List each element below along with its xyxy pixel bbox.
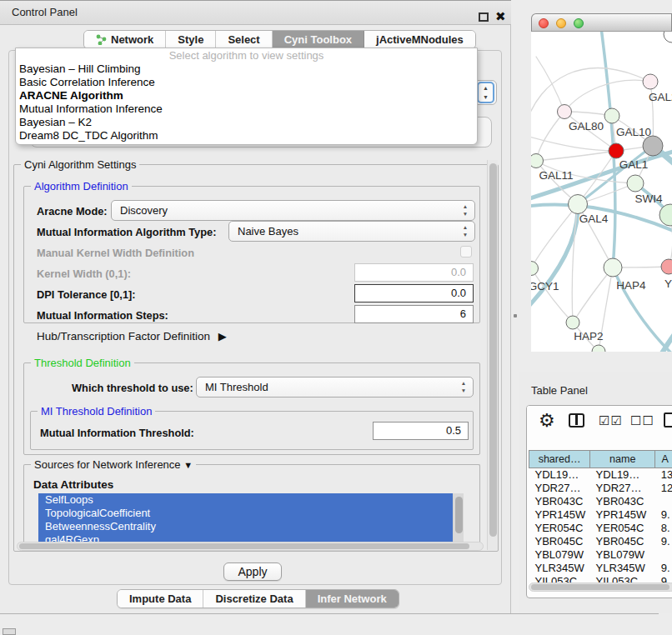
network-node-gal2[interactable]: [643, 74, 658, 89]
algorithm-option-mutual-information-inference[interactable]: Mutual Information Inference: [16, 102, 477, 116]
table-cell: YLR345W: [529, 562, 590, 575]
close-icon[interactable]: ✖: [495, 9, 506, 24]
control-panel-title: Control Panel: [12, 6, 78, 18]
manual-kernel-checkbox[interactable]: [460, 246, 472, 258]
chevron-down-icon[interactable]: ▼: [183, 460, 193, 470]
dpi-tolerance-input[interactable]: 0.0: [354, 284, 474, 302]
tab-select[interactable]: Select: [216, 31, 272, 48]
panel-resize-handle[interactable]: [514, 314, 517, 318]
network-node-hap2[interactable]: [566, 316, 579, 329]
data-attributes-list[interactable]: SelfLoopsTopologicalCoefficientBetweenne…: [38, 493, 464, 542]
network-window-titlebar: [531, 13, 672, 32]
mac-minimize-icon[interactable]: [556, 18, 566, 28]
mi-steps-input[interactable]: 6: [354, 305, 474, 323]
network-node-gal11[interactable]: [531, 154, 544, 168]
network-canvas[interactable]: GAL2GAL80GAL10GAL1GAL11SWI4GAL4GCY1HAP4Y…: [531, 32, 672, 352]
network-node-hap4[interactable]: [604, 258, 622, 277]
network-edge[interactable]: [531, 204, 578, 268]
column-header-a[interactable]: A: [655, 451, 672, 468]
table-row[interactable]: YBR043CYBR043C: [529, 495, 672, 508]
algorithm-option-bayesian-hill-climbing[interactable]: Bayesian – Hill Climbing: [16, 62, 477, 76]
network-node-y[interactable]: [661, 259, 672, 274]
minimized-panel-chip[interactable]: [3, 628, 16, 635]
tab-style[interactable]: Style: [166, 31, 216, 48]
mac-zoom-icon[interactable]: [574, 18, 584, 28]
table-cell: YPR145W: [529, 508, 590, 522]
table-cell: YBR045C: [590, 535, 655, 548]
attribute-item-gal4rgexp[interactable]: gal4RGexp: [38, 533, 464, 542]
gear-icon[interactable]: ⚙: [539, 410, 555, 432]
float-window-icon[interactable]: [479, 12, 489, 22]
table-hscrollbar-track[interactable]: [529, 582, 672, 592]
tab-discretize-data[interactable]: Discretize Data: [203, 590, 305, 608]
network-node-gal10[interactable]: [604, 108, 619, 123]
table-row[interactable]: YBR045CYBR045C9.: [529, 535, 672, 548]
table-hscrollbar-thumb[interactable]: [531, 584, 669, 590]
table-row[interactable]: YDR27…YDR27…12: [529, 482, 672, 495]
attributes-scrollbar-thumb[interactable]: [455, 497, 463, 533]
attribute-item-betweennesscentrality[interactable]: BetweennessCentrality: [38, 520, 464, 533]
columns-icon[interactable]: [569, 413, 584, 428]
table-cell: YDR27…: [590, 482, 655, 495]
which-threshold-label: Which threshold to use:: [72, 382, 193, 394]
column-header-name[interactable]: name: [590, 451, 655, 468]
table-row[interactable]: YPR145WYPR145W9.: [529, 508, 672, 522]
column-header-shared[interactable]: shared…: [529, 451, 590, 468]
table-row[interactable]: YDL19…YDL19…13: [529, 468, 672, 482]
network-node-gcy1[interactable]: [531, 262, 539, 276]
algorithm-option-basic-correlation-inference[interactable]: Basic Correlation Inference: [16, 76, 477, 89]
network-node-gal4[interactable]: [569, 195, 588, 214]
tab-cyni-toolbox[interactable]: Cyni Toolbox: [273, 31, 364, 48]
node-label-gal10: GAL10: [616, 126, 651, 138]
node-table[interactable]: shared…nameA YDL19…YDL19…13YDR27…YDR27…1…: [529, 450, 672, 588]
algorithm-option-dream8-dc-tdc-algorithm[interactable]: Dream8 DC_TDC Algorithm: [16, 129, 477, 142]
settings-hscrollbar-thumb[interactable]: [19, 543, 469, 549]
network-node-gray[interactable]: [643, 136, 663, 156]
table-row[interactable]: YBL079WYBL079W: [529, 548, 672, 562]
algorithm-option-aracne-algorithm[interactable]: ARACNE Algorithm: [16, 89, 477, 102]
tab-network[interactable]: Network: [84, 31, 166, 48]
which-threshold-combo[interactable]: MI Threshold ▲▼: [196, 377, 474, 398]
export-table-icon[interactable]: [664, 412, 672, 428]
algorithm-option-bayesian-k2[interactable]: Bayesian – K2: [16, 116, 477, 129]
network-node-bottom[interactable]: [592, 345, 605, 352]
network-edge[interactable]: [536, 151, 616, 161]
settings-scrollbar-track[interactable]: [487, 160, 498, 550]
mac-close-icon[interactable]: [539, 18, 549, 28]
network-edge[interactable]: [536, 112, 564, 161]
table-row[interactable]: YLR345WYLR345W9.: [529, 562, 672, 575]
network-edge[interactable]: [536, 57, 564, 112]
settings-hscrollbar-track[interactable]: [17, 542, 484, 551]
tab-jactivemnodules[interactable]: jActiveMNodules: [364, 31, 475, 48]
network-node-gal80[interactable]: [558, 105, 572, 119]
network-node-swi4[interactable]: [627, 175, 644, 192]
tab-infer-network[interactable]: Infer Network: [306, 590, 399, 608]
table-row[interactable]: YER054CYER054C8.: [529, 522, 672, 535]
apply-button[interactable]: Apply: [223, 562, 282, 581]
network-edge[interactable]: [531, 68, 650, 123]
attribute-item-topologicalcoefficient[interactable]: TopologicalCoefficient: [38, 507, 464, 520]
mi-threshold-input[interactable]: 0.5: [373, 422, 469, 440]
aracne-mode-value: Discovery: [120, 204, 168, 217]
network-node-gal1[interactable]: [609, 143, 624, 158]
table-cell: 8.: [655, 522, 672, 535]
aracne-mode-combo[interactable]: Discovery ▲▼: [111, 200, 475, 221]
hub-definition-toggle[interactable]: Hub/Transcription Factor Definition ▶: [37, 330, 227, 342]
attribute-item-selfloops[interactable]: SelfLoops: [38, 493, 464, 507]
select-all-checks-icon[interactable]: ☑☑: [599, 413, 623, 428]
network-edge[interactable]: [531, 136, 616, 151]
deselect-all-icon[interactable]: ☐☐: [630, 413, 654, 428]
settings-scrollbar-thumb[interactable]: [489, 163, 497, 537]
network-node-corner[interactable]: [664, 32, 672, 42]
network-edge[interactable]: [573, 268, 613, 322]
table-toolbar: ⚙ ☑☑ ☐☐: [527, 406, 672, 448]
attributes-scrollbar-track[interactable]: [453, 493, 464, 542]
bottom-divider: [0, 613, 659, 614]
tab-infer-network-label: Infer Network: [318, 592, 387, 605]
mi-type-combo[interactable]: Naive Bayes ▲▼: [228, 221, 475, 242]
combo-spinner-icon[interactable]: ▲▼: [477, 82, 494, 103]
tab-impute-data[interactable]: Impute Data: [118, 590, 203, 608]
mi-type-label: Mutual Information Algorithm Type:: [37, 226, 216, 238]
kernel-width-input[interactable]: 0.0: [354, 263, 474, 282]
table-cell: YDR27…: [529, 482, 590, 495]
